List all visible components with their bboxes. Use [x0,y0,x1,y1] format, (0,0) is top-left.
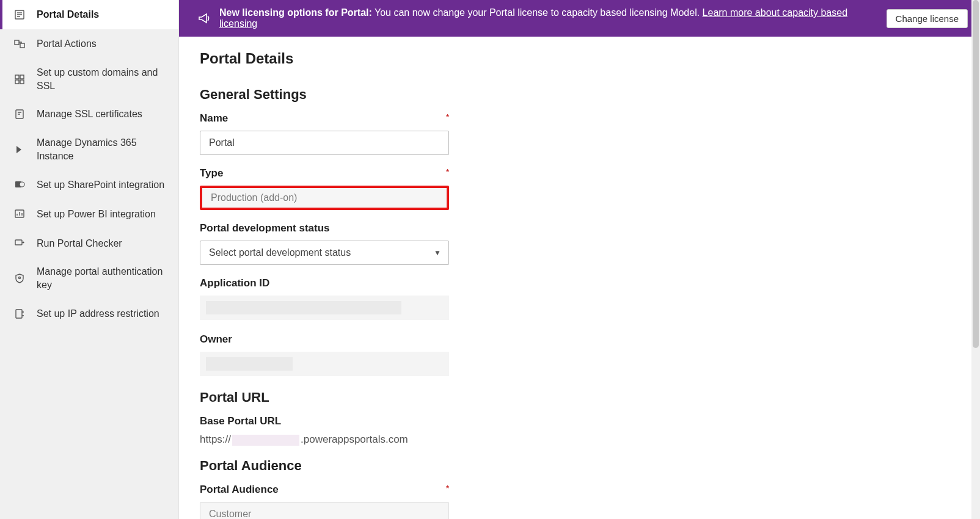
base-url-value: https://.powerappsportals.com [200,434,959,446]
portal-audience-label: Portal Audience [200,484,449,496]
svg-point-12 [20,182,24,187]
dynamics-icon [13,143,26,156]
sidebar-item-label: Manage Dynamics 365 Instance [37,136,167,162]
content-area: Portal Details General Settings Name Typ… [179,37,980,519]
details-icon [13,9,26,21]
dev-status-label: Portal development status [200,222,449,234]
scrollbar-vertical[interactable] [971,0,980,519]
sidebar-item-label: Manage portal authentication key [37,265,167,291]
sidebar-item-portal-checker[interactable]: Run Portal Checker [0,228,178,258]
svg-rect-4 [15,40,19,45]
megaphone-icon [197,12,211,25]
ip-icon [13,308,26,320]
sidebar-item-label: Run Portal Checker [37,237,122,250]
sidebar-item-label: Set up SharePoint integration [37,178,164,192]
svg-rect-9 [20,80,24,84]
url-prefix: https:// [200,434,231,445]
banner-strong: New licensing options for Portal: [219,7,372,18]
sidebar-item-portal-details[interactable]: Portal Details [0,0,178,29]
svg-point-18 [19,277,21,278]
page-title: Portal Details [200,50,959,67]
sidebar-item-portal-actions[interactable]: Portal Actions [0,29,178,59]
portal-url-title: Portal URL [200,390,959,405]
change-license-button[interactable]: Change license [887,9,968,28]
sidebar-item-ssl-certs[interactable]: Manage SSL certificates [0,100,178,129]
svg-rect-8 [15,80,19,84]
actions-icon [13,38,26,50]
app-id-label: Application ID [200,277,449,289]
banner-text: New licensing options for Portal: You ca… [219,7,878,29]
dev-status-value: Select portal development status [209,247,351,258]
app-id-value-redacted [200,296,449,320]
sidebar-item-sharepoint[interactable]: Set up SharePoint integration [0,170,178,199]
owner-label: Owner [200,333,449,346]
url-redacted [232,435,299,446]
dev-status-select[interactable]: Select portal development status ▼ [200,241,449,265]
scrollbar-thumb[interactable] [973,0,979,348]
portal-audience-title: Portal Audience [200,458,959,474]
sidebar-item-label: Manage SSL certificates [37,107,142,121]
checker-icon [13,237,26,249]
sidebar-item-custom-domains[interactable]: Set up custom domains and SSL [0,59,178,100]
svg-rect-7 [20,75,24,79]
licensing-banner: New licensing options for Portal: You ca… [179,0,980,37]
banner-body: You can now change your Portal license t… [372,7,703,18]
shield-icon [13,272,26,285]
type-input [200,186,449,210]
powerbi-icon [13,208,26,220]
sidebar-item-label: Portal Actions [37,37,97,51]
sidebar: Portal Details Portal Actions Set up cus… [0,0,179,519]
general-settings-title: General Settings [200,87,959,103]
svg-rect-6 [15,75,19,79]
name-label: Name [200,112,449,125]
sidebar-item-auth-key[interactable]: Manage portal authentication key [0,258,178,299]
portal-audience-input [200,502,449,519]
owner-value-redacted [200,352,449,376]
name-input[interactable] [200,131,449,155]
sidebar-item-ip-restriction[interactable]: Set up IP address restriction [0,299,178,328]
svg-rect-19 [16,310,22,318]
svg-rect-5 [20,43,24,48]
svg-rect-17 [15,240,22,245]
url-suffix: .powerappsportals.com [301,434,408,445]
chevron-down-icon: ▼ [434,249,441,257]
sidebar-item-powerbi[interactable]: Set up Power BI integration [0,199,178,228]
cert-icon [13,108,26,120]
sidebar-item-label: Set up custom domains and SSL [37,66,167,92]
sidebar-item-label: Set up Power BI integration [37,208,156,221]
sharepoint-icon [13,178,26,191]
domains-icon [13,73,26,85]
base-url-label: Base Portal URL [200,415,449,427]
sidebar-item-label: Set up IP address restriction [37,307,159,321]
sidebar-item-label: Portal Details [37,8,99,21]
main-content-wrapper: New licensing options for Portal: You ca… [179,0,980,519]
type-label: Type [200,167,449,180]
sidebar-item-dynamics[interactable]: Manage Dynamics 365 Instance [0,129,178,170]
